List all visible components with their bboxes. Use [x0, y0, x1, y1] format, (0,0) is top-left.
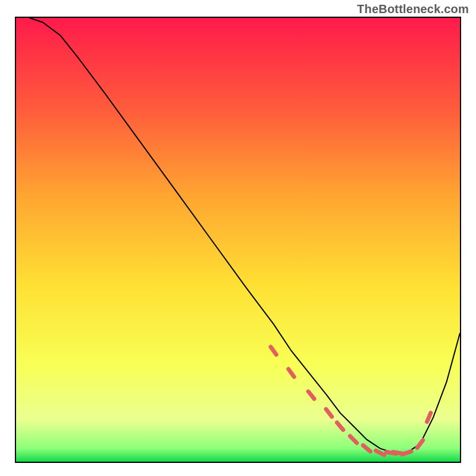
- chart-frame: TheBottleneck.com: [0, 0, 476, 476]
- curve-markers: [271, 347, 431, 455]
- marker-dash: [363, 446, 370, 452]
- marker-dash: [308, 392, 314, 399]
- bottleneck-curve: [29, 18, 460, 453]
- marker-dash: [376, 451, 384, 455]
- attribution-text: TheBottleneck.com: [357, 2, 469, 16]
- chart-overlay: [16, 18, 460, 462]
- marker-dash: [402, 452, 411, 455]
- marker-dash: [337, 422, 343, 430]
- marker-dash: [326, 409, 332, 417]
- marker-dash: [271, 347, 276, 355]
- marker-dash: [427, 413, 431, 422]
- marker-dash: [350, 436, 356, 443]
- plot-area: [15, 17, 461, 463]
- marker-dash: [289, 369, 294, 377]
- marker-dash: [417, 440, 423, 448]
